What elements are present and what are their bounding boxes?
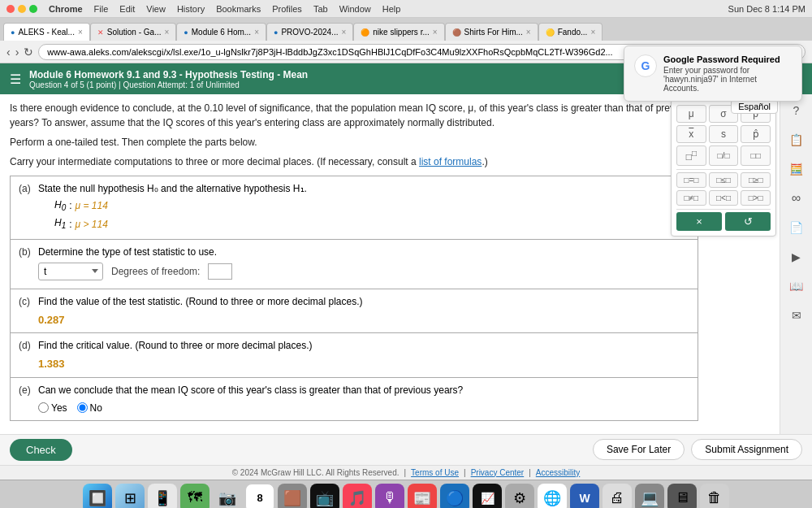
menu-view[interactable]: View — [146, 4, 166, 14]
tab-fandom[interactable]: 🟡 Fando... × — [538, 23, 603, 41]
sym-phat[interactable]: p̂ — [741, 125, 771, 143]
menu-help[interactable]: Help — [382, 4, 401, 14]
play-icon[interactable]: ▶ — [785, 245, 808, 268]
calculator-icon[interactable]: 🧮 — [785, 158, 808, 180]
dock-chrome[interactable]: 🌐 — [538, 484, 567, 508]
dock-printer[interactable]: 🖨 — [603, 484, 632, 508]
menu-edit[interactable]: Edit — [119, 4, 135, 14]
part-a-label: (a) — [19, 181, 32, 196]
menu-window[interactable]: Window — [339, 4, 371, 14]
mail-icon[interactable]: ✉ — [785, 304, 808, 327]
save-for-later-button[interactable]: Save For Later — [593, 439, 685, 460]
dock-unknown3[interactable]: 💻 — [635, 484, 664, 508]
sym-eq[interactable]: □=□ — [676, 172, 706, 188]
document-icon[interactable]: 📄 — [785, 216, 808, 239]
sym-geq[interactable]: □≥□ — [741, 172, 771, 188]
h1-value: μ > 114 — [76, 217, 108, 232]
submit-assignment-button[interactable]: Submit Assignment — [691, 439, 802, 460]
tab-shirts[interactable]: 🟤 Shirts For Him... × — [445, 23, 538, 41]
footer: © 2024 McGraw Hill LLC. All Rights Reser… — [0, 465, 812, 480]
dock-settings[interactable]: ⚙ — [505, 484, 534, 508]
dock-news[interactable]: 📰 — [408, 484, 437, 508]
copyright-text: © 2024 McGraw Hill LLC. All Rights Reser… — [232, 468, 400, 477]
infinity-icon[interactable]: ∞ — [785, 187, 808, 210]
tab-close-fandom[interactable]: × — [590, 28, 595, 37]
radio-yes-label[interactable]: Yes — [38, 401, 67, 415]
formulas-link[interactable]: list of formulas — [419, 156, 482, 167]
sym-frac2[interactable]: □□ — [741, 145, 771, 166]
dock-apps[interactable]: 📱 — [148, 484, 177, 508]
sym-refresh-button[interactable]: ↺ — [725, 212, 771, 231]
menu-tab[interactable]: Tab — [313, 4, 328, 14]
dock-tv[interactable]: 📺 — [310, 484, 339, 508]
dock-unknown2[interactable]: 🔵 — [440, 484, 469, 508]
dock-unknown1[interactable]: 🟫 — [278, 484, 307, 508]
maximize-dot[interactable] — [29, 5, 37, 13]
dock-photos[interactable]: 📷 — [213, 484, 242, 508]
sym-lt[interactable]: □<□ — [709, 190, 739, 206]
mac-window-controls[interactable] — [6, 4, 37, 14]
part-d-value: 1.383 — [38, 356, 312, 372]
dock-maps[interactable]: 🗺 — [180, 484, 209, 508]
mac-clock: Sun Dec 8 1:14 PM — [728, 4, 806, 14]
reload-button[interactable]: ↻ — [24, 46, 33, 59]
menu-file[interactable]: File — [94, 4, 109, 14]
clipboard-icon[interactable]: 📋 — [785, 128, 808, 151]
perform-text: Perform a one-tailed test. Then complete… — [10, 135, 698, 150]
sym-leq[interactable]: □≤□ — [709, 172, 739, 188]
menu-chrome[interactable]: Chrome — [49, 4, 83, 14]
tab-close-nike[interactable]: × — [433, 28, 438, 37]
sym-sup2-left[interactable]: □□ — [676, 145, 706, 166]
tab-close-module6[interactable]: × — [254, 28, 259, 37]
sym-xbar[interactable]: x — [676, 125, 706, 143]
dock-finder[interactable]: 🔲 — [83, 484, 112, 508]
password-popup: G Google Password Required Enter your pa… — [624, 46, 802, 102]
sym-clear-button[interactable]: × — [676, 212, 722, 231]
menu-history[interactable]: History — [177, 4, 205, 14]
accessibility-link[interactable]: Accessibility — [536, 468, 580, 477]
sym-mu[interactable]: μ — [676, 105, 706, 123]
tab-close-provo[interactable]: × — [341, 28, 346, 37]
tab-module6[interactable]: ● Module 6 Hom... × — [176, 23, 266, 41]
back-button[interactable]: ‹ — [6, 46, 11, 59]
sym-s[interactable]: s — [709, 125, 739, 143]
dock-launchpad[interactable]: ⊞ — [115, 484, 145, 508]
help-icon[interactable]: ? — [785, 99, 808, 122]
part-c-text: Find the value of the test statistic. (R… — [38, 294, 363, 309]
minimize-dot[interactable] — [18, 5, 26, 13]
sym-neq[interactable]: □≠□ — [676, 190, 706, 206]
dock-podcasts[interactable]: 🎙 — [375, 484, 404, 508]
dock-calendar[interactable]: 8 — [245, 484, 274, 508]
menu-profiles[interactable]: Profiles — [272, 4, 302, 14]
tab-close-shirts[interactable]: × — [526, 28, 531, 37]
footer-sep-2: | — [464, 468, 466, 477]
tab-close-solution[interactable]: × — [164, 28, 169, 37]
sym-gt[interactable]: □>□ — [741, 190, 771, 206]
hamburger-menu[interactable]: ☰ — [10, 72, 21, 87]
dock-stocks[interactable]: 📈 — [473, 484, 502, 508]
tab-provo[interactable]: ● PROVO-2024... × — [266, 23, 353, 41]
privacy-link[interactable]: Privacy Center — [471, 468, 525, 477]
forward-button[interactable]: › — [15, 46, 19, 59]
dock-music[interactable]: 🎵 — [343, 484, 372, 508]
tab-close-aleks[interactable]: × — [78, 28, 83, 37]
dock-word[interactable]: W — [570, 484, 599, 508]
degrees-input[interactable] — [208, 263, 232, 280]
terms-link[interactable]: Terms of Use — [411, 468, 459, 477]
dock-unknown4[interactable]: 🖥 — [667, 484, 697, 508]
radio-no[interactable] — [77, 402, 88, 413]
right-sidebar: ? 📋 🧮 ∞ 📄 ▶ 📖 ✉ — [780, 94, 812, 434]
menu-bookmarks[interactable]: Bookmarks — [216, 4, 261, 14]
tab-nike[interactable]: 🟠 nike slippers r... × — [353, 23, 444, 41]
dock-trash[interactable]: 🗑 — [700, 484, 729, 508]
h0-value: μ = 114 — [76, 198, 108, 213]
tab-solution[interactable]: ✕ Solution - Ga... × — [90, 23, 177, 41]
check-button[interactable]: Check — [10, 439, 72, 461]
radio-yes[interactable] — [38, 402, 49, 413]
tab-aleks[interactable]: ● ALEKS - Keal... × — [3, 23, 90, 41]
close-dot[interactable] — [6, 5, 15, 13]
sym-frac[interactable]: □/□ — [709, 145, 739, 166]
book-icon[interactable]: 📖 — [785, 275, 808, 297]
radio-no-label[interactable]: No — [77, 401, 102, 415]
test-statistic-select[interactable]: t z χ² — [38, 263, 103, 280]
